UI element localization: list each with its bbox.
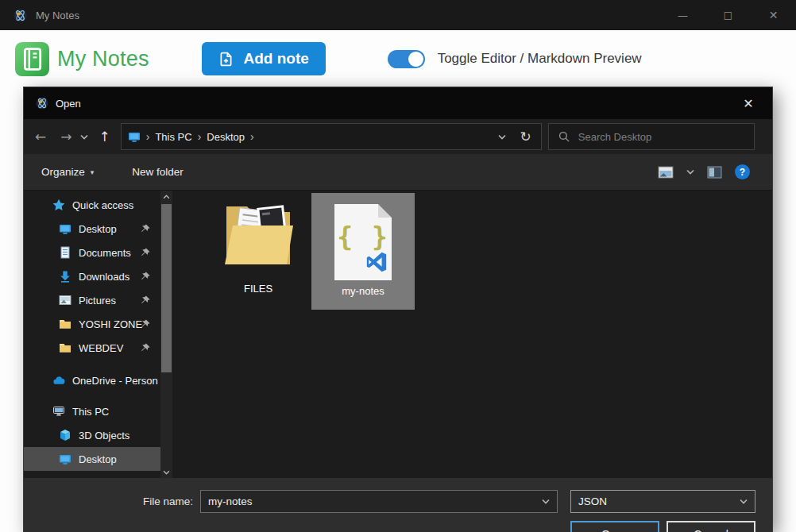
json-file-icon: { } <box>334 204 392 280</box>
sidebar-item-webdev[interactable]: WEBDEV <box>24 336 160 360</box>
json-braces-glyph: { } <box>334 222 392 253</box>
view-options-icon[interactable] <box>658 166 674 179</box>
search-box[interactable] <box>548 123 755 150</box>
recent-locations-chevron-icon[interactable] <box>80 134 88 140</box>
file-name-input[interactable] <box>201 495 542 507</box>
scroll-down-icon[interactable] <box>160 466 172 478</box>
desktop-icon <box>59 453 71 465</box>
file-name-label: FILES <box>244 283 272 295</box>
dialog-title: Open <box>56 98 81 110</box>
toggle-knob <box>408 52 423 67</box>
pin-icon <box>140 247 151 258</box>
sidebar-item-downloads[interactable]: Downloads <box>24 264 160 288</box>
pin-icon <box>140 318 151 330</box>
add-note-button[interactable]: Add note <box>202 42 326 75</box>
file-name-label: my-notes <box>342 285 384 297</box>
organize-caret-icon: ▾ <box>91 168 95 176</box>
file-name-chevron-icon[interactable] <box>542 499 550 504</box>
sidebar-item-this-pc[interactable]: This PC <box>24 399 160 423</box>
folder-icon <box>59 318 71 330</box>
breadcrumb-desktop[interactable]: Desktop <box>207 131 245 143</box>
file-list: FILES { } my-notes <box>173 191 772 478</box>
pin-icon <box>140 271 151 282</box>
file-name-combobox[interactable] <box>200 490 558 513</box>
cloud-icon <box>52 374 65 387</box>
up-icon[interactable]: ↑ <box>99 129 110 145</box>
address-bar[interactable]: › This PC › Desktop › ↻ <box>121 123 542 150</box>
breadcrumb-separator: › <box>198 130 202 143</box>
app-window: My Notes — □ ✕ My Notes Add note To <box>0 0 796 532</box>
editor-preview-toggle[interactable] <box>388 50 425 68</box>
maximize-button[interactable]: □ <box>705 0 751 30</box>
preview-pane-icon[interactable] <box>707 166 722 179</box>
vscode-icon <box>365 250 388 274</box>
organize-menu[interactable]: Organize ▾ <box>41 166 94 178</box>
add-note-label: Add note <box>243 50 308 67</box>
pin-icon <box>140 342 151 353</box>
address-dropdown-chevron-icon[interactable] <box>498 134 506 140</box>
pictures-icon <box>59 294 71 306</box>
dialog-close-button[interactable]: ✕ <box>731 87 766 119</box>
sidebar-item-desktop-selected[interactable]: Desktop <box>24 447 160 471</box>
pin-icon <box>140 223 151 234</box>
dialog-logo-icon <box>36 97 48 110</box>
sidebar-item-pictures[interactable]: Pictures <box>24 288 160 312</box>
organize-label: Organize <box>41 166 85 178</box>
file-type-value: JSON <box>571 495 740 507</box>
back-icon[interactable]: ← <box>35 129 46 145</box>
pin-icon <box>140 295 151 306</box>
file-tile-my-notes[interactable]: { } my-notes <box>311 193 415 310</box>
folder-with-files-icon <box>220 195 296 278</box>
app-titlebar: My Notes — □ ✕ <box>0 0 796 30</box>
window-controls: — □ ✕ <box>660 0 796 30</box>
computer-icon <box>52 405 65 418</box>
forward-icon[interactable]: → <box>60 129 71 145</box>
sidebar-item-onedrive[interactable]: OneDrive - Person <box>24 368 160 392</box>
app-title: My Notes <box>36 10 79 21</box>
file-type-select[interactable]: JSON <box>570 490 755 513</box>
file-type-chevron-icon[interactable] <box>740 499 748 504</box>
minimize-button[interactable]: — <box>660 0 705 30</box>
cancel-button[interactable]: Cancel <box>667 521 755 532</box>
page-title: My Notes <box>57 47 149 71</box>
navigation-pane: Quick access Desktop <box>24 191 173 478</box>
desktop-icon <box>59 222 71 235</box>
sidebar-item-desktop[interactable]: Desktop <box>24 217 160 241</box>
open-button[interactable]: Open <box>570 521 659 532</box>
view-options-chevron-icon[interactable] <box>686 169 694 175</box>
close-button[interactable]: ✕ <box>751 0 796 30</box>
documents-icon <box>59 246 71 259</box>
page-fold <box>378 204 392 218</box>
location-desktop-icon <box>128 130 141 143</box>
sidebar-item-yoshi-zone[interactable]: YOSHI ZONE <box>24 312 160 336</box>
new-folder-button[interactable]: New folder <box>132 166 184 178</box>
downloads-icon <box>59 270 71 283</box>
star-icon <box>52 199 65 211</box>
breadcrumb-this-pc[interactable]: This PC <box>155 131 191 143</box>
dialog-toolbar: Organize ▾ New folder ? <box>24 154 772 191</box>
dialog-body: Quick access Desktop <box>24 191 772 478</box>
folder-icon <box>59 341 71 354</box>
dialog-titlebar: Open ✕ <box>24 87 772 119</box>
scrollbar-thumb[interactable] <box>161 204 172 372</box>
dialog-navbar: ← → ↑ › This PC › Desktop › ↻ <box>24 119 772 154</box>
scroll-up-icon[interactable] <box>160 191 172 202</box>
open-dialog: Open ✕ ← → ↑ › This PC › Desktop › ↻ <box>24 87 772 532</box>
cube-icon <box>59 429 71 441</box>
search-input[interactable] <box>578 131 737 143</box>
help-icon[interactable]: ? <box>735 164 750 179</box>
file-name-field-label: File name: <box>143 495 193 507</box>
add-document-icon <box>218 51 234 67</box>
sidebar-item-3d-objects[interactable]: 3D Objects <box>24 423 160 447</box>
dialog-footer: File name: JSON Open Cancel <box>24 478 772 532</box>
sidebar-item-quick-access[interactable]: Quick access <box>24 193 160 217</box>
file-tile-files[interactable]: FILES <box>211 195 305 314</box>
app-header: My Notes Add note Toggle Editor / Markdo… <box>0 30 796 87</box>
search-icon <box>558 131 570 143</box>
sidebar-item-documents[interactable]: Documents <box>24 241 160 264</box>
refresh-icon[interactable]: ↻ <box>520 129 531 145</box>
breadcrumb-separator: › <box>250 130 254 143</box>
sidebar-scrollbar[interactable] <box>160 191 172 478</box>
notebook-logo-icon <box>15 42 49 76</box>
app-logo-icon <box>14 9 27 22</box>
